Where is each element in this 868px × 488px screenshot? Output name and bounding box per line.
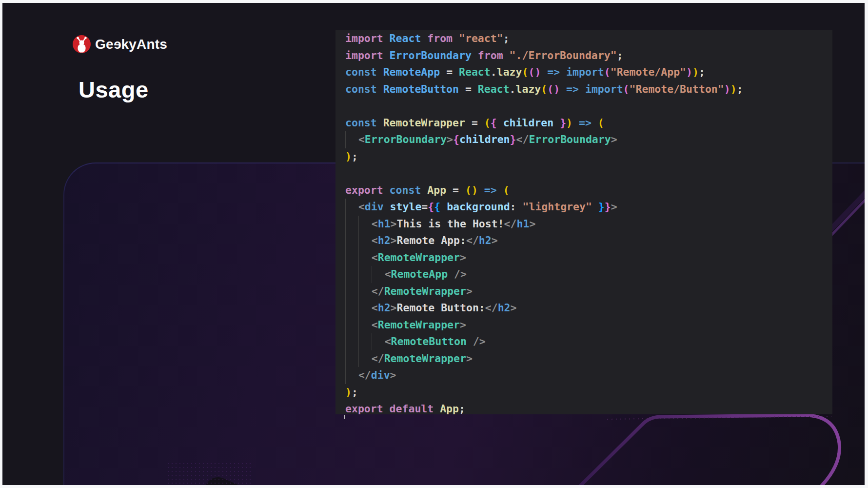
indent-guide [358, 350, 372, 367]
indent-guide [358, 300, 372, 317]
code-line: import React from "react"; [345, 30, 832, 47]
dots-pattern [166, 462, 252, 488]
indent-guide [372, 333, 385, 350]
code-line: export default App; [345, 401, 832, 414]
indent-guide [345, 300, 358, 317]
indent-guide [345, 249, 358, 266]
code-line: <RemoteWrapper> [345, 249, 832, 266]
ant-icon [73, 35, 91, 53]
indent-guide [358, 333, 372, 350]
code-line: <RemoteWrapper> [345, 317, 832, 334]
indent-guide [345, 317, 358, 334]
code-line: </RemoteWrapper> [345, 350, 832, 367]
code-line: const RemoteWrapper = ({ children }) => … [345, 115, 832, 132]
indent-guide [358, 232, 372, 249]
code-line: const RemoteButton = React.lazy(() => im… [345, 81, 832, 98]
code-line: <div style={{ background: "lightgrey" }}… [345, 199, 832, 216]
indent-guide [345, 367, 358, 384]
code-line [345, 165, 832, 182]
indent-guide [358, 249, 372, 266]
code-block: import React from "react";import ErrorBo… [335, 30, 832, 414]
code-line: import ErrorBoundary from "./ErrorBounda… [345, 47, 832, 64]
code-line: <h1>This is the Host!</h1> [345, 216, 832, 233]
brand-text: GeekyAnts [95, 37, 167, 52]
code-line: <ErrorBoundary>{children}</ErrorBoundary… [345, 131, 832, 148]
indent-guide [345, 333, 358, 350]
indent-guide [345, 283, 358, 300]
code-line: </RemoteWrapper> [345, 283, 832, 300]
indent-guide [345, 266, 358, 283]
text-cursor [344, 415, 345, 419]
brand-part1: Ge [95, 37, 114, 52]
indent-guide [358, 283, 372, 300]
indent-guide [358, 216, 372, 233]
brand-flipped-e: e [114, 37, 121, 52]
indent-guide [345, 232, 358, 249]
indent-guide [345, 216, 358, 233]
code-lines: import React from "react";import ErrorBo… [345, 30, 832, 414]
page-title: Usage [79, 76, 149, 103]
code-line: ); [345, 148, 832, 165]
indent-guide [358, 317, 372, 334]
indent-guide [358, 266, 372, 283]
indent-guide [345, 350, 358, 367]
indent-guide [345, 199, 358, 216]
code-line: <h2>Remote Button:</h2> [345, 300, 832, 317]
brand-part2: kyAnts [121, 37, 168, 52]
code-line: <h2>Remote App:</h2> [345, 232, 832, 249]
code-line [345, 98, 832, 115]
slide: GeekyAnts Usage import React from "react… [0, 0, 868, 488]
code-line: </div> [345, 367, 832, 384]
code-line: <RemoteApp /> [345, 266, 832, 283]
code-line: export const App = () => ( [345, 182, 832, 199]
code-line: const RemoteApp = React.lazy(() => impor… [345, 64, 832, 81]
code-line: ); [345, 384, 832, 401]
geekyants-logo: GeekyAnts [73, 35, 167, 53]
code-line: <RemoteButton /> [345, 333, 832, 350]
indent-guide [372, 266, 385, 283]
indent-guide [345, 131, 358, 148]
